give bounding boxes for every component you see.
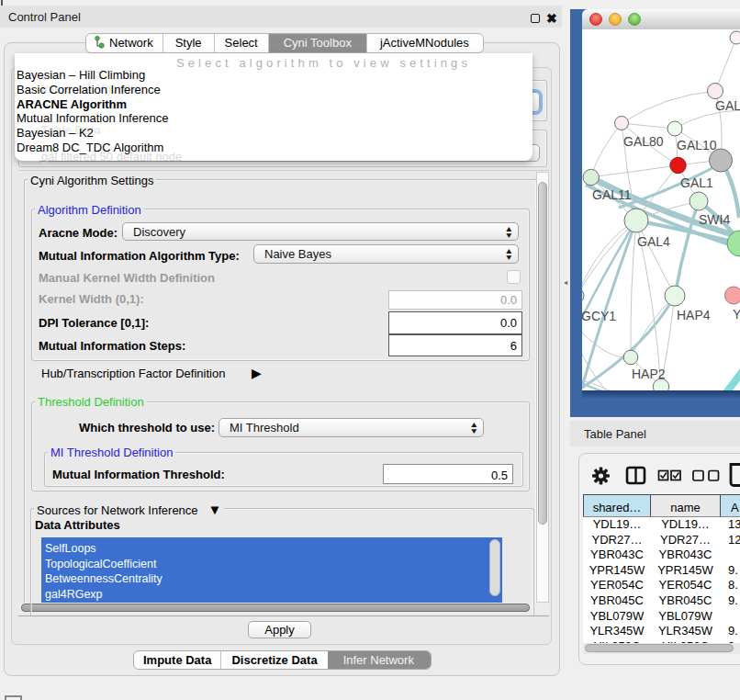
svg-text:GAL4: GAL4 [637,234,670,249]
svg-text:GAL7: GAL7 [715,98,740,113]
svg-text:GAL1: GAL1 [680,175,713,190]
svg-text:GAL80: GAL80 [623,134,664,149]
svg-text:Y: Y [733,307,740,322]
svg-text:GAL10: GAL10 [677,138,717,152]
svg-text:HAP2: HAP2 [632,367,666,381]
svg-text:GAL11: GAL11 [592,187,632,202]
svg-text:HAP4: HAP4 [677,308,711,322]
svg-text:GCY1: GCY1 [582,309,616,323]
svg-text:SWI4: SWI4 [699,212,730,227]
